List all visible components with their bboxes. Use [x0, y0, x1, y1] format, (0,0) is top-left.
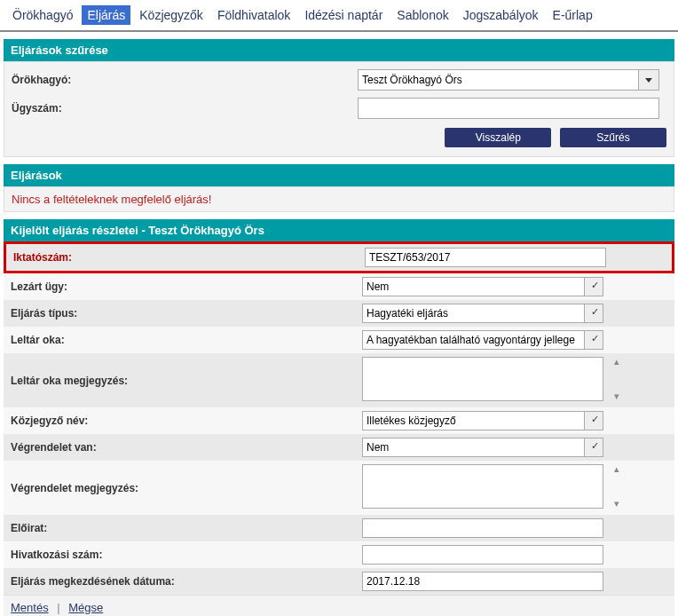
lezart-label: Lezárt ügy: — [4, 273, 357, 300]
iktatoszam-label: Iktatószám: — [6, 244, 359, 271]
row-tipus: Eljárás típus: Hagyatéki eljárás — [4, 300, 674, 327]
datum-label: Eljárás megkezdésének dátuma: — [4, 568, 357, 595]
orokhagyo-select[interactable]: Teszt Örökhagyó Örs — [358, 69, 659, 91]
filter-button[interactable]: Szűrés — [560, 128, 666, 147]
nav-orokhagyo[interactable]: Örökhagyó — [7, 5, 78, 25]
vegrendelet-label: Végrendelet van: — [4, 434, 357, 461]
ugyszam-label: Ügyszám: — [12, 102, 358, 115]
lezart-select[interactable]: Nem — [362, 277, 603, 296]
vegrendelet-megj-label: Végrendelet megjegyzés: — [4, 461, 357, 515]
detail-title: Kijelölt eljárás részletei - Teszt Örökh… — [4, 219, 674, 241]
chevron-up-icon: ▴ — [614, 357, 619, 367]
back-button[interactable]: Visszalép — [445, 128, 551, 147]
kozjegyzo-select-wrap: Illetékes közjegyző — [362, 411, 603, 430]
filter-section: Eljárások szűrése Örökhagyó: Teszt Örökh… — [4, 39, 674, 157]
datum-input[interactable] — [362, 572, 603, 591]
top-nav: Örökhagyó Eljárás Közjegyzők Földhivatal… — [0, 0, 678, 32]
row-kozjegyzo: Közjegyző név: Illetékes közjegyző — [4, 407, 674, 434]
separator: | — [57, 601, 59, 614]
leltar-oka-label: Leltár oka: — [4, 327, 357, 353]
eloirat-input[interactable] — [362, 518, 603, 538]
kozjegyzo-select[interactable]: Illetékes közjegyző — [362, 411, 603, 430]
hivatkozas-input[interactable] — [362, 545, 603, 565]
detail-section: Kijelölt eljárás részletei - Teszt Örökh… — [4, 219, 674, 616]
filter-title: Eljárások szűrése — [4, 39, 674, 61]
row-eloirat: Előirat: — [4, 515, 674, 541]
scroll-indicator: ▴▾ — [609, 464, 625, 509]
vegrendelet-megj-textarea[interactable] — [362, 464, 603, 509]
iktatoszam-input[interactable] — [365, 248, 606, 267]
save-link[interactable]: Mentés — [11, 601, 49, 614]
empty-message: Nincs a feltételeknek megfelelő eljárás! — [4, 186, 674, 212]
nav-kozjegyzok[interactable]: Közjegyzők — [134, 5, 209, 25]
footer-links: Mentés | Mégse — [4, 595, 674, 616]
row-vegrendelet: Végrendelet van: Nem — [4, 434, 674, 461]
vegrendelet-select[interactable]: Nem — [362, 438, 603, 457]
row-leltar-oka: Leltár oka: A hagyatékban található vagy… — [4, 327, 674, 353]
kozjegyzo-label: Közjegyző név: — [4, 407, 357, 434]
lezart-select-wrap: Nem — [362, 277, 603, 296]
chevron-up-icon: ▴ — [614, 464, 619, 474]
leltar-oka-select-wrap: A hagyatékban található vagyontárgy jell… — [362, 330, 603, 350]
nav-jogszabalyok[interactable]: Jogszabályok — [458, 5, 544, 25]
eloirat-label: Előirat: — [4, 515, 357, 541]
row-lezart: Lezárt ügy: Nem — [4, 273, 674, 300]
leltar-megj-label: Leltár oka megjegyzés: — [4, 353, 357, 407]
ugyszam-input[interactable] — [358, 98, 659, 119]
nav-eljaras[interactable]: Eljárás — [82, 5, 130, 25]
leltar-oka-select[interactable]: A hagyatékban található vagyontárgy jell… — [362, 330, 603, 350]
nav-sablonok[interactable]: Sablonok — [391, 5, 453, 25]
scroll-indicator: ▴▾ — [609, 357, 625, 401]
row-datum: Eljárás megkezdésének dátuma: — [4, 568, 674, 595]
nav-idezesi-naptar[interactable]: Idézési naptár — [299, 5, 388, 25]
orokhagyo-select-wrap: Teszt Örökhagyó Örs — [358, 69, 659, 91]
cancel-link[interactable]: Mégse — [68, 601, 103, 614]
leltar-megj-textarea[interactable] — [362, 357, 603, 401]
chevron-down-icon: ▾ — [614, 499, 619, 509]
orokhagyo-label: Örökhagyó: — [12, 74, 358, 86]
tipus-select[interactable]: Hagyatéki eljárás — [362, 304, 603, 323]
row-iktatoszam: Iktatószám: — [4, 241, 674, 273]
list-title: Eljárások — [4, 164, 674, 186]
chevron-down-icon: ▾ — [614, 391, 619, 401]
vegrendelet-select-wrap: Nem — [362, 438, 603, 457]
row-vegrendelet-megj: Végrendelet megjegyzés: ▴▾ — [4, 461, 674, 515]
row-leltar-megj: Leltár oka megjegyzés: ▴▾ — [4, 353, 674, 407]
list-section: Eljárások Nincs a feltételeknek megfelel… — [4, 164, 674, 212]
hivatkozas-label: Hivatkozási szám: — [4, 541, 357, 568]
nav-foldhivatalok[interactable]: Földhivatalok — [212, 5, 296, 25]
tipus-select-wrap: Hagyatéki eljárás — [362, 304, 603, 323]
row-hivatkozas: Hivatkozási szám: — [4, 541, 674, 568]
nav-eurlap[interactable]: E-űrlap — [548, 5, 598, 25]
tipus-label: Eljárás típus: — [4, 300, 357, 327]
